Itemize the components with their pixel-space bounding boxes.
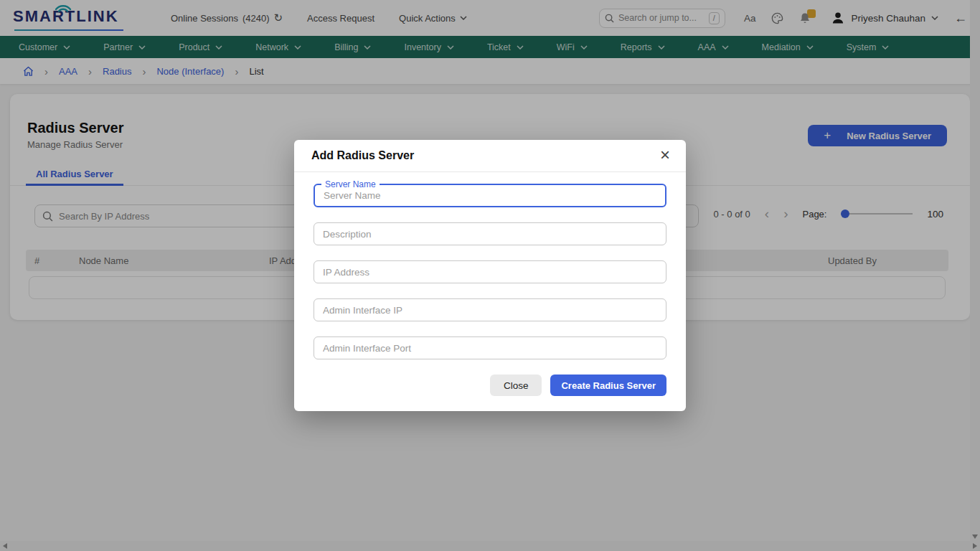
add-radius-server-modal: Add Radius Server × Server Name Close Cr… [294,140,686,411]
server-name-field: Server Name [314,184,666,207]
modal-footer: Close Create Radius Server [294,375,686,396]
server-name-floating-label: Server Name [321,179,380,189]
close-icon[interactable]: × [656,146,674,164]
description-input[interactable] [314,223,666,245]
modal-header: Add Radius Server × [294,140,686,172]
ip-address-input[interactable] [314,261,666,283]
admin-interface-port-field [314,336,666,359]
admin-interface-ip-field [314,298,666,321]
ip-address-field [314,260,666,283]
close-button[interactable]: Close [490,375,542,396]
admin-interface-ip-input[interactable] [314,299,666,321]
description-field [314,222,666,245]
modal-body: Server Name [294,172,686,359]
modal-title: Add Radius Server [311,149,414,162]
admin-interface-port-input[interactable] [314,337,666,359]
create-radius-server-button[interactable]: Create Radius Server [550,375,666,396]
